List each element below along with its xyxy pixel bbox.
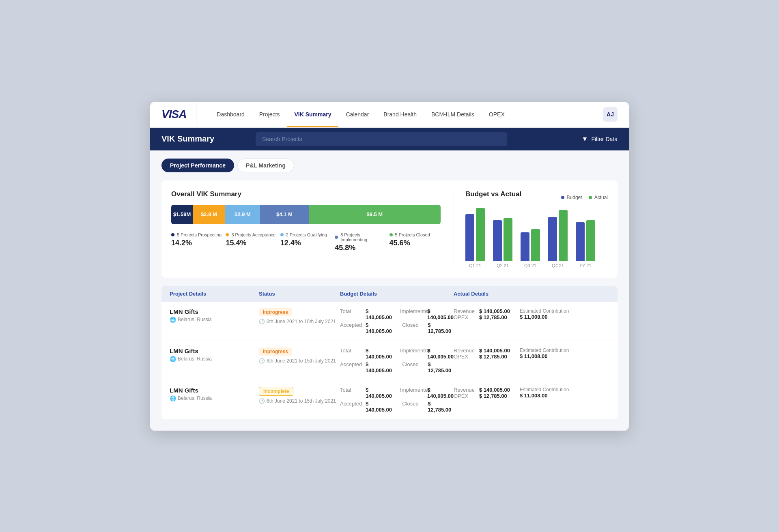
summary-left: Overall VIK Summary $1.59M $2.8 M $2.9 M… xyxy=(171,190,441,268)
nav-item-calendar[interactable]: Calendar xyxy=(338,102,376,127)
bar-actual-q4 xyxy=(559,210,568,261)
tab-project-performance[interactable]: Project Performance xyxy=(161,159,234,172)
table-row: LMN Gifts 🌐 Belarus, Russia Inprogress 🕐… xyxy=(161,341,618,380)
status-date-1: 🕐 6th June 2021 to 15th July 2021 xyxy=(259,358,340,364)
top-nav: VISA Dashboard Projects VIK Summary Cale… xyxy=(150,102,629,128)
budget-total-0: Total $ 140,005.00 Implemented $ 140,005… xyxy=(340,308,454,320)
legend-1: 3 Projects Acceptance 15.4% xyxy=(226,232,277,252)
bars-q2 xyxy=(493,218,512,261)
sub-header: VIK Summary ▼ Filter Data xyxy=(150,128,629,150)
location-icon-1: 🌐 xyxy=(170,356,176,362)
search-input[interactable] xyxy=(256,132,507,146)
project-details-2: LMN Gifts 🌐 Belarus, Russia xyxy=(170,387,259,401)
revenue-opex-2: Revenue $ 140,005.00 OPEX $ 12,785.00 xyxy=(454,387,510,399)
project-location-2: 🌐 Belarus, Russia xyxy=(170,395,259,401)
app-window: VISA Dashboard Projects VIK Summary Cale… xyxy=(150,102,629,431)
bars-q4 xyxy=(548,210,568,261)
project-details-1: LMN Gifts 🌐 Belarus, Russia xyxy=(170,348,259,362)
legend-grid: 5 Projects Prospecting 14.2% 3 Projects … xyxy=(171,232,441,252)
segment-0: $1.59M xyxy=(171,205,193,224)
legend-3: 8 Projects Implementing 45.8% xyxy=(335,232,386,252)
chart-legend: Budget Actual xyxy=(561,195,608,200)
project-name-1: LMN Gifts xyxy=(170,348,259,354)
actual-col-1: Revenue $ 140,005.00 OPEX $ 12,785.00 Es… xyxy=(454,348,609,360)
bar-actual-q3 xyxy=(531,229,540,261)
revenue-opex-1: Revenue $ 140,005.00 OPEX $ 12,785.00 xyxy=(454,348,510,360)
legend-dot-4 xyxy=(390,233,393,236)
bar-actual-q2 xyxy=(504,218,512,261)
budget-accepted-1: Accepted $ 140,005.00 Closed $ 12,785.00 xyxy=(340,361,454,373)
actual-col-2: Revenue $ 140,005.00 OPEX $ 12,785.00 Es… xyxy=(454,387,609,399)
project-location-0: 🌐 Belarus, Russia xyxy=(170,317,259,323)
chart-title-row: Budget vs Actual Budget Actual xyxy=(465,190,608,205)
logo-area: VISA xyxy=(161,102,196,127)
th-project-details: Project Details xyxy=(170,291,259,297)
bar-label-q3: Q3 21 xyxy=(524,263,536,268)
tab-pl-marketing[interactable]: P&L Marketing xyxy=(237,159,294,172)
legend-dot-1 xyxy=(226,233,229,236)
bar-label-q2: Q2 21 xyxy=(497,263,509,268)
revenue-opex-0: Revenue $ 140,005.00 OPEX $ 12,785.00 xyxy=(454,308,510,320)
nav-item-brand-health[interactable]: Brand Health xyxy=(376,102,424,127)
bar-label-q1: Q1 21 xyxy=(469,263,481,268)
clock-icon-1: 🕐 xyxy=(259,358,265,364)
nav-item-opex[interactable]: OPEX xyxy=(482,102,512,127)
budget-total-1: Total $ 140,005.00 Implemented $ 140,005… xyxy=(340,348,454,360)
status-badge-1: Inprogress xyxy=(259,348,292,356)
nav-item-bcm-ilm[interactable]: BCM-ILM Details xyxy=(424,102,482,127)
status-col-2: Incomplete 🕐 6th June 2021 to 15th July … xyxy=(259,387,340,404)
bar-group-q3: Q3 21 xyxy=(521,229,540,268)
legend-dot-0 xyxy=(171,233,174,236)
segment-1: $2.8 M xyxy=(193,205,225,224)
th-budget: Budget Details xyxy=(340,291,454,297)
bar-budget-q4 xyxy=(548,217,557,261)
budget-accepted-0: Accepted $ 140,005.00 Closed $ 12,785.00 xyxy=(340,322,454,334)
nav-item-dashboard[interactable]: Dashboard xyxy=(209,102,252,127)
bar-label-q4: Q4 21 xyxy=(552,263,564,268)
bars-q1 xyxy=(465,208,485,261)
nav-items: Dashboard Projects VIK Summary Calendar … xyxy=(209,102,603,127)
legend-dot-budget xyxy=(561,196,564,199)
legend-4: 5 Projects Closed 45.6% xyxy=(390,232,441,252)
segment-4: $9.5 M xyxy=(309,205,441,224)
bars-fy xyxy=(576,220,595,261)
chart-section: Budget vs Actual Budget Actual xyxy=(454,190,608,268)
estimated-2: Estimated Contribution $ 11,008.00 xyxy=(520,387,569,399)
summary-title: Overall VIK Summary xyxy=(171,190,441,198)
actual-right-1: Revenue $ 140,005.00 OPEX $ 12,785.00 Es… xyxy=(454,348,609,360)
location-icon-2: 🌐 xyxy=(170,395,176,401)
page-title: VIK Summary xyxy=(161,134,214,144)
filter-label: Filter Data xyxy=(591,136,618,142)
table-row: LMN Gifts 🌐 Belarus, Russia Inprogress 🕐… xyxy=(161,302,618,341)
bar-group-q4: Q4 21 xyxy=(548,210,568,268)
status-col-0: Inprogress 🕐 6th June 2021 to 15th July … xyxy=(259,308,340,324)
bar-group-q2: Q2 21 xyxy=(493,218,512,268)
budget-col-2: Total $ 140,005.00 Implemented $ 140,005… xyxy=(340,387,454,413)
bar-label-fy: FY 21 xyxy=(579,263,591,268)
budget-accepted-2: Accepted $ 140,005.00 Closed $ 12,785.00 xyxy=(340,401,454,413)
bar-actual-fy xyxy=(586,220,595,261)
status-date-2: 🕐 6th June 2021 to 15th July 2021 xyxy=(259,398,340,404)
bar-chart: Q1 21 Q2 21 xyxy=(465,211,608,268)
budget-total-2: Total $ 140,005.00 Implemented $ 140,005… xyxy=(340,387,454,399)
clock-icon-0: 🕐 xyxy=(259,319,265,324)
project-location-1: 🌐 Belarus, Russia xyxy=(170,356,259,362)
table-section: Project Details Status Budget Details Ac… xyxy=(161,286,618,419)
legend-2: 2 Projects Qualifying 12.4% xyxy=(280,232,331,252)
bar-group-fy: FY 21 xyxy=(576,220,595,268)
status-badge-0: Inprogress xyxy=(259,308,292,316)
chart-title: Budget vs Actual xyxy=(465,190,521,198)
bar-actual-q1 xyxy=(476,208,485,261)
avatar[interactable]: AJ xyxy=(603,107,618,122)
nav-item-vik-summary[interactable]: VIK Summary xyxy=(287,102,338,127)
legend-actual: Actual xyxy=(589,195,608,200)
bar-budget-q2 xyxy=(493,220,502,261)
actual-col-0: Revenue $ 140,005.00 OPEX $ 12,785.00 Es… xyxy=(454,308,609,320)
nav-item-projects[interactable]: Projects xyxy=(252,102,287,127)
segment-3: $4.1 M xyxy=(260,205,309,224)
status-col-1: Inprogress 🕐 6th June 2021 to 15th July … xyxy=(259,348,340,364)
logo: VISA xyxy=(161,108,186,121)
tabs: Project Performance P&L Marketing xyxy=(161,159,618,172)
filter-button[interactable]: ▼ Filter Data xyxy=(582,135,618,143)
th-actual: Actual Details xyxy=(454,291,609,297)
